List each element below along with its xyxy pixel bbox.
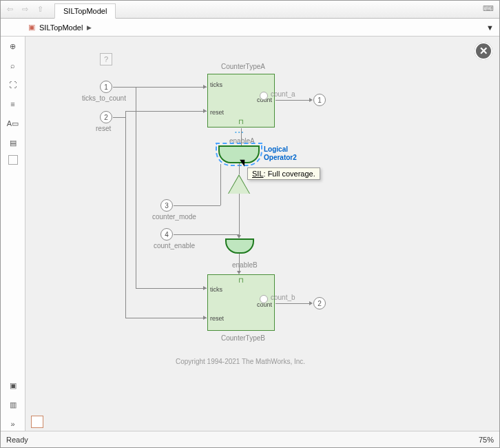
model-overview-icon[interactable] bbox=[31, 416, 43, 428]
doc-placeholder-block[interactable]: ? bbox=[100, 53, 112, 65]
list-icon[interactable]: ▥ bbox=[6, 398, 20, 411]
close-icon: ✕ bbox=[479, 45, 488, 57]
status-ready: Ready bbox=[6, 436, 28, 444]
block-logical-operator2[interactable] bbox=[218, 145, 260, 163]
logical-label-2: Operator2 bbox=[264, 154, 297, 161]
forward-arrow-icon[interactable]: ⇨ bbox=[19, 3, 31, 16]
wire bbox=[125, 111, 207, 112]
ctb-label: CounterTypeB bbox=[221, 334, 265, 342]
keyboard-icon[interactable]: ⌨ bbox=[483, 4, 494, 13]
count-a-signal-label: count_a bbox=[271, 90, 295, 98]
inport-1[interactable]: 1 bbox=[100, 81, 112, 93]
arrowhead-icon bbox=[203, 286, 207, 290]
highlight-dots-icon: ••• bbox=[235, 129, 244, 135]
inport-4[interactable]: 4 bbox=[160, 228, 173, 241]
enablea-label: enableA bbox=[229, 137, 255, 145]
outport-1[interactable]: 1 bbox=[313, 94, 326, 106]
tab-siltopmodel[interactable]: SILTopModel bbox=[54, 3, 116, 19]
tab-label: SILTopModel bbox=[63, 7, 107, 15]
enableb-label: enableB bbox=[232, 261, 258, 269]
question-icon: ? bbox=[104, 55, 108, 63]
settings-lines-icon[interactable]: ≡ bbox=[6, 97, 20, 111]
wire bbox=[275, 303, 310, 304]
inport-3-label: counter_mode bbox=[152, 213, 196, 221]
model-canvas[interactable]: ✕ ? 1 ticks_to_count 2 reset 3 counter_m… bbox=[25, 37, 499, 431]
arrowhead-icon bbox=[203, 316, 207, 320]
coverage-tooltip: SIL: SIL: Full coverage.Full coverage. bbox=[247, 167, 320, 180]
enable-port-icon: ⊓ bbox=[238, 276, 244, 284]
zoom-icon[interactable]: ⌕ bbox=[6, 59, 20, 72]
explorer-dropdown-icon[interactable]: ▼ bbox=[486, 23, 494, 32]
wire bbox=[239, 194, 240, 235]
back-arrow-icon[interactable]: ⇦ bbox=[3, 3, 16, 16]
box-icon[interactable] bbox=[8, 155, 18, 165]
image-icon[interactable]: ▤ bbox=[6, 136, 20, 150]
wire bbox=[125, 111, 126, 318]
block-countertypea[interactable]: ticks reset count ⊓ bbox=[207, 74, 275, 128]
inport-4-label: count_enable bbox=[154, 242, 195, 250]
wire bbox=[241, 128, 242, 146]
block-enable-and[interactable] bbox=[225, 238, 254, 254]
breadcrumb[interactable]: SILTopModel bbox=[39, 23, 83, 32]
arrowhead-icon bbox=[309, 98, 313, 102]
close-highlight-button[interactable]: ✕ bbox=[475, 42, 492, 60]
inport-2-label: reset bbox=[96, 125, 111, 132]
navigation-toolbar: ⇦ ⇨ ⇧ SILTopModel ⌨ bbox=[1, 1, 499, 19]
camera-icon[interactable]: ▣ bbox=[6, 378, 20, 392]
cta-port-ticks: ticks bbox=[210, 81, 222, 88]
wire bbox=[275, 100, 310, 101]
inport-2[interactable]: 2 bbox=[100, 111, 112, 123]
wire bbox=[239, 163, 240, 174]
signal-selector-icon[interactable] bbox=[260, 295, 268, 303]
explorer-bar: ▣ SILTopModel ▶ ▼ bbox=[1, 19, 499, 37]
fullscreen-icon[interactable]: ⛶ bbox=[6, 78, 20, 92]
signal-selector-icon[interactable] bbox=[260, 92, 268, 100]
gain-block[interactable] bbox=[229, 176, 249, 194]
expand-icon[interactable]: » bbox=[6, 417, 20, 431]
cta-label: CounterTypeA bbox=[221, 63, 265, 70]
wire bbox=[113, 117, 125, 118]
outport-2[interactable]: 2 bbox=[313, 297, 326, 309]
chevron-right-icon: ▶ bbox=[87, 24, 92, 31]
model-icon: ▣ bbox=[28, 23, 35, 32]
ctb-port-reset: reset bbox=[210, 315, 224, 322]
status-zoom: 75% bbox=[479, 436, 494, 444]
annotation-icon[interactable]: A▭ bbox=[6, 116, 20, 130]
inport-3[interactable]: 3 bbox=[160, 199, 173, 212]
wire bbox=[174, 205, 220, 206]
inport-1-label: ticks_to_count bbox=[82, 94, 126, 102]
side-palette: ⊕ ⌕ ⛶ ≡ A▭ ▤ ▣ ▥ » bbox=[1, 37, 25, 431]
wire bbox=[113, 87, 207, 88]
copyright-text: Copyright 1994-2021 The MathWorks, Inc. bbox=[176, 358, 305, 365]
cta-port-reset: reset bbox=[210, 109, 224, 116]
wire bbox=[125, 318, 207, 318]
arrowhead-icon bbox=[203, 85, 207, 89]
wire bbox=[136, 87, 136, 288]
logical-label-1: Logical bbox=[264, 145, 288, 153]
wire bbox=[220, 164, 221, 205]
status-bar: Ready 75% bbox=[1, 431, 499, 447]
up-arrow-icon[interactable]: ⇧ bbox=[34, 3, 46, 16]
enable-port-icon: ⊓ bbox=[238, 118, 244, 125]
wire bbox=[136, 288, 207, 289]
wire bbox=[174, 234, 239, 235]
fit-view-icon[interactable]: ⊕ bbox=[6, 39, 20, 53]
ctb-port-ticks: ticks bbox=[210, 286, 222, 293]
count-b-signal-label: count_b bbox=[271, 294, 295, 301]
arrowhead-icon bbox=[309, 301, 313, 305]
arrowhead-icon bbox=[203, 109, 207, 113]
